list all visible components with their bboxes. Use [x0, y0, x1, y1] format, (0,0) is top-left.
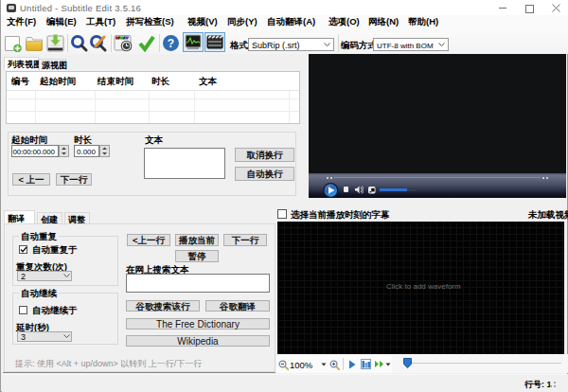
svg-text:?: ? [168, 37, 174, 50]
